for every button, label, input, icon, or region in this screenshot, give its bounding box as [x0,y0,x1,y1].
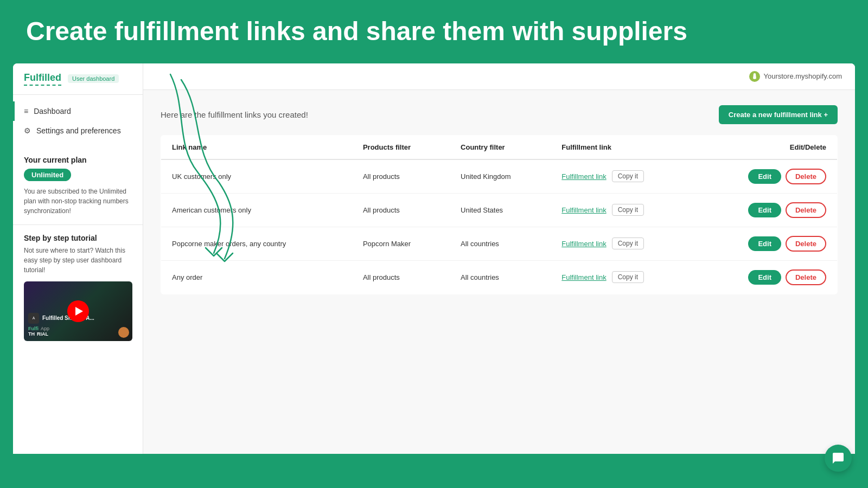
edit-button-3[interactable]: Edit [748,270,781,285]
dashboard-icon: ≡ [24,107,28,115]
video-label-green: Fulfi [28,326,39,331]
col-link-name: Link name [161,135,352,159]
content-header: Here are the fulfillment links you creat… [161,105,838,124]
sidebar-item-settings-label: Settings and preferences [36,126,121,135]
cell-fulfillment-link-2: Fulfillment link Copy it [551,227,697,260]
cell-link-name-0: UK customers only [161,159,352,194]
hero-title: Create fulfillment links and share them … [26,17,842,46]
cell-actions-3: Edit Delete [697,260,838,294]
table-header-row: Link name Products filter Country filter… [161,135,838,159]
table-row: Any order All products All countries Ful… [161,260,838,294]
cell-fulfillment-link-0: Fulfillment link Copy it [551,159,697,194]
tutorial-video[interactable]: A Fulfilled Shopify A... Fulfi App TH RI… [24,281,132,341]
user-dashboard-badge: User dashboard [68,74,119,83]
content-area: Here are the fulfillment links you creat… [143,90,855,310]
cell-fulfillment-link-1: Fulfillment link Copy it [551,193,697,227]
video-label-white: RIAL [37,331,48,337]
shopify-store-link[interactable]: Yourstore.myshopify.com [749,71,842,82]
plan-badge: Unlimited [24,169,71,181]
settings-icon: ⚙ [24,126,31,135]
sidebar-item-dashboard-label: Dashboard [34,107,71,115]
col-country-filter: Country filter [450,135,551,159]
col-edit-delete: Edit/Delete [697,135,838,159]
video-avatar [118,327,129,338]
table-row: Popcorne maker orders, any country Popco… [161,227,838,260]
sidebar-header: Fulfilled User dashboard [13,63,143,95]
cell-link-name-2: Popcorne maker orders, any country [161,227,352,260]
fulfillment-link-url-1[interactable]: Fulfillment link [561,206,606,214]
col-products-filter: Products filter [352,135,450,159]
cell-country-filter-3: All countries [450,260,551,294]
chat-icon [832,452,845,465]
copy-button-3[interactable]: Copy it [612,271,644,283]
plan-description: You are subscribed to the Unlimited plan… [24,187,132,216]
video-app-icon: A [28,313,39,324]
plan-section: Your current plan Unlimited You are subs… [13,147,143,224]
cell-country-filter-0: United Kingdom [450,159,551,194]
content-header-text: Here are the fulfillment links you creat… [161,110,308,119]
copy-button-1[interactable]: Copy it [612,204,644,216]
tutorial-section: Step by step tutorial Not sure where to … [13,224,143,350]
cell-actions-1: Edit Delete [697,193,838,227]
fulfillment-table: Link name Products filter Country filter… [161,135,838,294]
video-th: TH [28,331,35,337]
chat-bubble-button[interactable] [825,445,852,472]
delete-button-1[interactable]: Delete [786,202,826,218]
cell-products-filter-1: All products [352,193,450,227]
sidebar-logo: Fulfilled [24,72,61,86]
sidebar-nav: ≡ Dashboard ⚙ Settings and preferences [13,95,143,147]
cell-country-filter-1: United States [450,193,551,227]
edit-button-1[interactable]: Edit [748,203,781,217]
copy-button-0[interactable]: Copy it [612,170,644,182]
cell-link-name-3: Any order [161,260,352,294]
plan-title: Your current plan [24,156,132,164]
tutorial-title: Step by step tutorial [24,234,132,242]
cell-products-filter-3: All products [352,260,450,294]
cell-link-name-1: American customers only [161,193,352,227]
sidebar: Fulfilled User dashboard ≡ Dashboard ⚙ S… [13,63,143,454]
create-fulfillment-link-button[interactable]: Create a new fulfillment link + [719,105,838,124]
delete-button-3[interactable]: Delete [786,269,826,285]
cell-actions-0: Edit Delete [697,159,838,194]
fulfillment-link-url-3[interactable]: Fulfillment link [561,273,606,281]
cell-products-filter-2: Popcorn Maker [352,227,450,260]
shopify-icon [749,71,760,82]
col-fulfillment-link: Fulfillment link [551,135,697,159]
tutorial-description: Not sure where to start? Watch this easy… [24,246,132,275]
delete-button-2[interactable]: Delete [786,236,826,252]
sidebar-item-dashboard[interactable]: ≡ Dashboard [13,101,143,121]
fulfillment-link-url-0[interactable]: Fulfillment link [561,172,606,181]
video-play-button[interactable] [67,300,89,322]
edit-button-0[interactable]: Edit [748,169,781,184]
top-bar: Yourstore.myshopify.com [143,63,855,90]
sidebar-item-settings[interactable]: ⚙ Settings and preferences [13,121,143,140]
table-row: UK customers only All products United Ki… [161,159,838,194]
store-url-text: Yourstore.myshopify.com [763,72,842,80]
video-app-text: App [41,326,49,331]
table-row: American customers only All products Uni… [161,193,838,227]
main-content: Yourstore.myshopify.com Here are the ful… [143,63,855,454]
cell-actions-2: Edit Delete [697,227,838,260]
copy-button-2[interactable]: Copy it [612,237,644,249]
delete-button-0[interactable]: Delete [786,169,826,184]
cell-fulfillment-link-3: Fulfillment link Copy it [551,260,697,294]
cell-products-filter-0: All products [352,159,450,194]
edit-button-2[interactable]: Edit [748,236,781,251]
cell-country-filter-2: All countries [450,227,551,260]
fulfillment-link-url-2[interactable]: Fulfillment link [561,240,606,248]
